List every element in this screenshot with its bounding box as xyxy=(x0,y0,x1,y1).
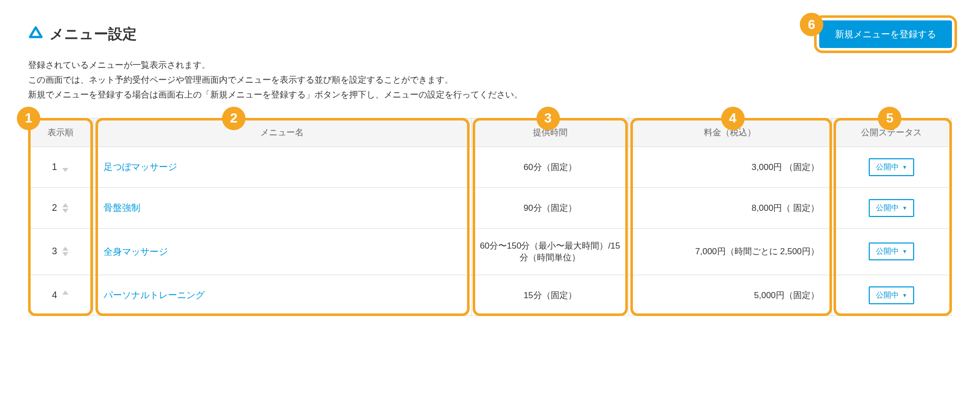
price-cell: 7,000円（時間ごとに 2,500円） xyxy=(628,228,831,275)
menu-name-link[interactable]: 全身マッサージ xyxy=(104,247,168,257)
description-line: 新規でメニューを登録する場合は画面右上の「新規メニューを登録する」ボタンを押下し… xyxy=(28,88,952,103)
order-number: 3 xyxy=(52,246,57,257)
order-number: 2 xyxy=(52,203,57,213)
page-title: メニュー設定 xyxy=(50,25,137,44)
table-row: 3 全身マッサージ60分〜150分（最小〜最大時間）/15分（時間単位）7,00… xyxy=(29,228,952,275)
time-cell: 90分（固定） xyxy=(472,187,629,228)
annotation-badge-3: 3 xyxy=(536,107,560,130)
time-cell: 60分〜150分（最小〜最大時間）/15分（時間単位） xyxy=(472,228,629,275)
time-cell: 60分（固定） xyxy=(472,147,629,187)
menu-name-link[interactable]: パーソナルトレーニング xyxy=(104,290,205,300)
move-up-button[interactable] xyxy=(61,203,69,208)
status-dropdown[interactable]: 公開中 xyxy=(869,199,914,217)
description-line: この画面では、ネット予約受付ページや管理画面内でメニューを表示する並び順を設定す… xyxy=(28,73,952,88)
table-row: 1 足つぼマッサージ60分（固定）3,000円 （固定）公開中 xyxy=(29,147,952,187)
annotation-badge-4: 4 xyxy=(721,107,745,130)
order-number: 1 xyxy=(52,162,57,173)
page-description: 登録されているメニューが一覧表示されます。 この画面では、ネット予約受付ページや… xyxy=(28,58,952,103)
annotation-badge-2: 2 xyxy=(222,107,246,130)
annotation-badge-5: 5 xyxy=(878,107,901,130)
status-dropdown[interactable]: 公開中 xyxy=(869,242,914,260)
order-number: 4 xyxy=(52,290,57,301)
status-dropdown[interactable]: 公開中 xyxy=(869,158,914,176)
move-down-button[interactable] xyxy=(61,252,69,257)
price-cell: 3,000円 （固定） xyxy=(628,147,831,187)
table-row: 4 パーソナルトレーニング15分（固定）5,000円（固定）公開中 xyxy=(29,275,952,315)
status-dropdown[interactable]: 公開中 xyxy=(869,286,914,304)
time-cell: 15分（固定） xyxy=(472,275,629,315)
move-down-button[interactable] xyxy=(61,208,69,213)
price-cell: 5,000円（固定） xyxy=(628,275,831,315)
menu-name-link[interactable]: 骨盤強制 xyxy=(104,203,140,213)
menu-name-link[interactable]: 足つぼマッサージ xyxy=(104,162,177,172)
logo-icon xyxy=(28,26,43,43)
header-name: メニュー名 xyxy=(93,118,472,147)
new-menu-button[interactable]: 新規メニューを登録する xyxy=(819,20,952,48)
menu-table: 表示順 メニュー名 提供時間 料金（税込） 公開ステータス 1 足つぼマッサージ… xyxy=(28,118,952,316)
move-down-button[interactable] xyxy=(61,167,69,173)
move-up-button[interactable] xyxy=(61,290,69,295)
price-cell: 8,000円（ 固定） xyxy=(628,187,831,228)
table-row: 2 骨盤強制90分（固定）8,000円（ 固定）公開中 xyxy=(29,187,952,228)
annotation-badge-6: 6 xyxy=(800,13,823,36)
annotation-badge-1: 1 xyxy=(17,107,40,130)
description-line: 登録されているメニューが一覧表示されます。 xyxy=(28,58,952,73)
move-up-button[interactable] xyxy=(61,246,69,251)
